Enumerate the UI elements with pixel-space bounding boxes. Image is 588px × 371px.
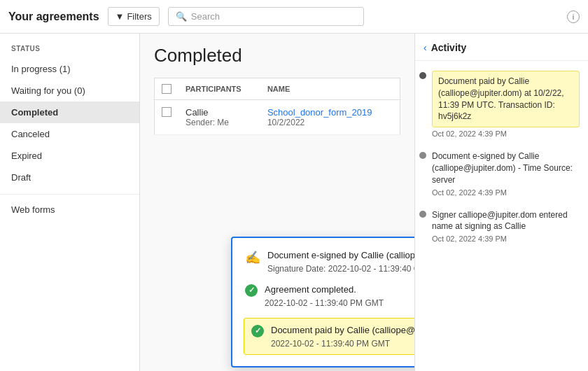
sidebar-item-canceled[interactable]: Canceled bbox=[0, 123, 139, 145]
popup-item-esign: ✍ Document e-signed by Callie (calliope@… bbox=[245, 249, 414, 274]
timeline-item-name-entered: Signer calliope@jupiter.dom entered name… bbox=[432, 205, 588, 248]
row-checkbox-cell bbox=[155, 100, 179, 135]
popup-paid-main: Document paid by Callie (calliope@jupite… bbox=[271, 324, 414, 337]
filters-label: Filters bbox=[127, 11, 151, 22]
timeline-item-esigned: Document e-signed by Callie (calliope@ju… bbox=[432, 146, 588, 200]
popup-item-completed: ✓ Agreement completed. 2022-10-02 - 11:3… bbox=[245, 284, 414, 308]
back-arrow-icon[interactable]: ‹ bbox=[424, 42, 427, 53]
row-checkbox[interactable] bbox=[162, 107, 172, 117]
popup-item-paid-text: Document paid by Callie (calliope@jupite… bbox=[271, 324, 414, 349]
search-placeholder: Search bbox=[191, 11, 220, 22]
sidebar-item-web-forms[interactable]: Web forms bbox=[0, 194, 139, 220]
timeline-dot-name bbox=[419, 211, 426, 218]
timeline-dot-paid bbox=[419, 72, 426, 79]
check-circle-icon: ✓ bbox=[245, 284, 258, 297]
doc-cell: School_donor_form_2019 10/2/2022 bbox=[260, 100, 400, 135]
sidebar-item-draft[interactable]: Draft bbox=[0, 167, 139, 188]
popup-completed-sub: 2022-10-02 - 11:39:40 PM GMT bbox=[265, 298, 384, 308]
select-all-checkbox[interactable] bbox=[162, 84, 172, 94]
participant-role: Sender: Me bbox=[186, 118, 253, 127]
activity-body: Document paid by Callie (calliope@jupite… bbox=[415, 61, 588, 371]
paid-check-icon: ✓ bbox=[251, 325, 264, 337]
doc-date: 10/2/2022 bbox=[267, 118, 393, 127]
popup-item-completed-text: Agreement completed. 2022-10-02 - 11:39:… bbox=[265, 284, 384, 308]
completed-check-icon: ✓ bbox=[245, 284, 258, 297]
activity-header: ‹ Activity bbox=[415, 34, 588, 61]
search-box[interactable]: 🔍 Search bbox=[168, 7, 364, 26]
page-title: Your agreements bbox=[8, 10, 99, 23]
sidebar-item-expired[interactable]: Expired bbox=[0, 145, 139, 167]
sidebar-item-in-progress[interactable]: In progress (1) bbox=[0, 58, 139, 80]
popup-completed-main: Agreement completed. bbox=[265, 284, 384, 297]
timeline-esigned-text: Document e-signed by Callie (calliope@ju… bbox=[432, 150, 580, 186]
filters-button[interactable]: ▼ Filters bbox=[108, 7, 160, 26]
search-icon: 🔍 bbox=[176, 11, 187, 22]
timeline-paid-date: Oct 02, 2022 4:39 PM bbox=[432, 130, 580, 138]
popup-paid-sub: 2022-10-02 - 11:39:40 PM GMT bbox=[271, 339, 414, 349]
col-checkbox bbox=[155, 78, 179, 100]
timeline-name-date: Oct 02, 2022 4:39 PM bbox=[432, 234, 580, 243]
activity-popup: ✍ Document e-signed by Callie (calliope@… bbox=[231, 237, 414, 368]
sidebar-item-waiting[interactable]: Waiting for you (0) bbox=[0, 80, 139, 102]
activity-title: Activity bbox=[431, 42, 467, 53]
status-label: STATUS bbox=[0, 42, 139, 58]
participant-name: Callie bbox=[186, 107, 253, 118]
activity-timeline: Document paid by Callie (calliope@jupite… bbox=[415, 66, 588, 247]
timeline-dot-esigned bbox=[419, 152, 426, 159]
timeline-esigned-date: Oct 02, 2022 4:39 PM bbox=[432, 188, 580, 197]
popup-item-esign-text: Document e-signed by Callie (calliope@ju… bbox=[267, 249, 414, 274]
popup-item-paid: ✓ Document paid by Callie (calliope@jupi… bbox=[244, 318, 414, 355]
popup-esign-sub: Signature Date: 2022-10-02 - 11:39:40 GM… bbox=[267, 264, 414, 274]
sign-icon: ✍ bbox=[245, 250, 260, 265]
info-icon[interactable]: i bbox=[567, 10, 580, 23]
main-layout: STATUS In progress (1) Waiting for you (… bbox=[0, 34, 588, 371]
popup-esign-main: Document e-signed by Callie (calliope@ju… bbox=[267, 249, 414, 262]
timeline-paid-text: Document paid by Callie (calliope@jupite… bbox=[432, 71, 580, 127]
agreements-table: PARTICIPANTS NAME Callie Sender: Me Scho… bbox=[154, 78, 400, 135]
activity-panel: ‹ Activity Document paid by Callie (call… bbox=[414, 34, 588, 371]
content-title: Completed bbox=[154, 45, 400, 66]
table-row[interactable]: Callie Sender: Me School_donor_form_2019… bbox=[155, 100, 400, 135]
col-participants: PARTICIPANTS bbox=[178, 78, 260, 100]
col-name: NAME bbox=[260, 78, 400, 100]
sidebar-item-completed[interactable]: Completed bbox=[0, 102, 139, 123]
timeline-item-paid: Document paid by Callie (calliope@jupite… bbox=[432, 66, 588, 142]
participant-cell: Callie Sender: Me bbox=[178, 100, 260, 135]
header: Your agreements ▼ Filters 🔍 Search i bbox=[0, 0, 588, 34]
sidebar: STATUS In progress (1) Waiting for you (… bbox=[0, 34, 140, 371]
paid-check-icon-wrap: ✓ bbox=[251, 325, 264, 337]
filter-icon: ▼ bbox=[115, 11, 125, 22]
doc-name[interactable]: School_donor_form_2019 bbox=[267, 107, 393, 118]
content-area: Completed PARTICIPANTS NAME Calli bbox=[140, 34, 414, 371]
timeline-name-text: Signer calliope@jupiter.dom entered name… bbox=[432, 209, 580, 233]
